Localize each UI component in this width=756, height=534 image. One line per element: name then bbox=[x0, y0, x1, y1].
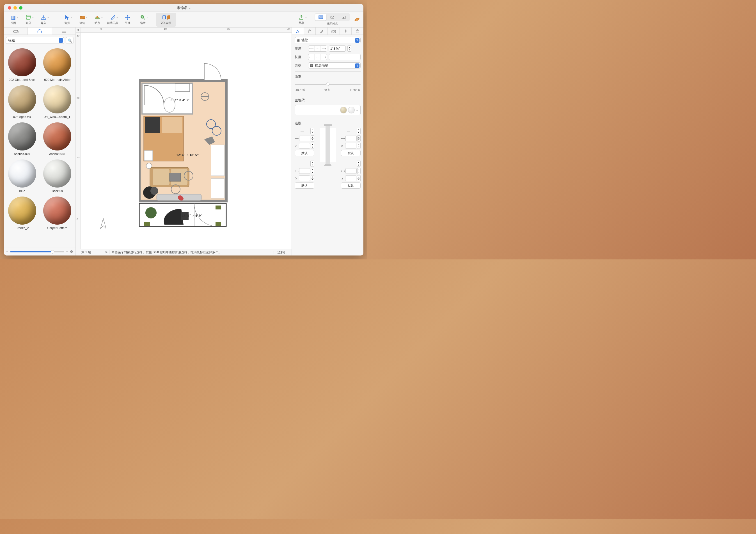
left-tab-materials[interactable] bbox=[28, 28, 52, 35]
search-dropdown-icon[interactable]: ⌄ bbox=[59, 38, 63, 43]
eraser-button[interactable] bbox=[352, 13, 362, 27]
material-item[interactable]: Asphalt-007 bbox=[5, 121, 40, 158]
material-item[interactable]: 002 Old…ked Brick bbox=[5, 47, 40, 84]
svg-rect-8 bbox=[343, 17, 344, 18]
floor-selector[interactable]: 第 1 层⇅ bbox=[80, 250, 109, 254]
svg-rect-43 bbox=[326, 126, 330, 164]
drag-handle-icon[interactable]: ⋮⋮ bbox=[76, 250, 80, 254]
gear-icon[interactable]: ⚙ bbox=[70, 250, 73, 254]
room-dim-3: 13' 8" × 4' 9" bbox=[182, 213, 203, 218]
shape-default-2[interactable]: 默认 bbox=[341, 150, 361, 156]
view-2d-button[interactable]: 2D 表示 bbox=[156, 13, 176, 27]
svg-rect-37 bbox=[216, 222, 221, 226]
svg-point-41 bbox=[333, 31, 335, 32]
view-button[interactable]: ▥⌄ 视图 bbox=[6, 13, 21, 27]
floor-plan-canvas[interactable]: 8' 2" × 4' 3" 12' 4" × 18' 5" 13' 8" × 4… bbox=[81, 33, 292, 249]
svg-rect-42 bbox=[356, 30, 359, 33]
material-swatch-1[interactable] bbox=[340, 107, 347, 113]
material-item[interactable]: Bronze_2 bbox=[5, 195, 40, 232]
minimize-button[interactable] bbox=[14, 6, 17, 10]
chevron-down-icon[interactable]: ⌄ bbox=[356, 108, 359, 112]
shape-r4[interactable] bbox=[345, 176, 356, 181]
svg-point-34 bbox=[145, 207, 157, 218]
object-type-select[interactable]: ▦墙壁 ⇅ bbox=[295, 37, 361, 43]
material-item[interactable]: Brick 09 bbox=[40, 158, 75, 195]
material-item[interactable]: Carpet Pattern bbox=[40, 195, 75, 232]
canvas-area: ft 0 10 20 30 30 20 10 0 bbox=[76, 28, 292, 256]
thickness-align-segment[interactable]: ⟵↔⟶ bbox=[308, 45, 327, 52]
left-tab-list[interactable] bbox=[52, 28, 75, 35]
search-button[interactable]: 🔍 bbox=[66, 37, 74, 44]
store-button[interactable]: ⌄ 商店 bbox=[21, 13, 36, 27]
material-item[interactable]: Blue bbox=[5, 158, 40, 195]
left-tab-furniture[interactable] bbox=[4, 28, 28, 35]
app-window: 未命名⌄ ▥⌄ 视图 ⌄ 商店 ⌄ 导入 ⌄ 选择 ⌄ bbox=[4, 4, 364, 256]
inspector-tab-edit[interactable] bbox=[316, 28, 328, 35]
view-mode-segment bbox=[314, 13, 350, 21]
zoom-tool[interactable]: ⌄ 缩放 bbox=[135, 13, 150, 27]
shape-l4[interactable] bbox=[299, 176, 310, 181]
length-mode-segment[interactable]: ⟵↔⟶ bbox=[308, 54, 327, 60]
svg-point-26 bbox=[150, 187, 158, 195]
svg-text:N: N bbox=[102, 219, 104, 222]
document-title[interactable]: 未命名⌄ bbox=[177, 5, 191, 11]
material-item[interactable]: 34_Woo…attern_1 bbox=[40, 84, 75, 121]
inspector-tab-camera[interactable] bbox=[328, 28, 340, 35]
svg-rect-6 bbox=[320, 16, 322, 18]
shape-default-1[interactable]: 默认 bbox=[295, 150, 314, 156]
svg-rect-36 bbox=[144, 222, 150, 226]
room-dim-2: 12' 4" × 18' 5" bbox=[176, 153, 199, 157]
close-button[interactable] bbox=[8, 6, 11, 10]
shape-r3[interactable] bbox=[345, 168, 357, 174]
svg-rect-16 bbox=[162, 117, 182, 133]
zoom-out-icon[interactable]: − bbox=[6, 250, 9, 254]
svg-rect-13 bbox=[175, 84, 190, 92]
svg-rect-29 bbox=[211, 179, 225, 198]
building-tool[interactable]: ⌄ 建筑 bbox=[75, 13, 90, 27]
main-wall-materials[interactable]: ⌄ bbox=[295, 105, 361, 115]
thumbnail-zoom-slider[interactable] bbox=[10, 251, 65, 252]
curvature-slider[interactable] bbox=[295, 81, 361, 87]
inspector-tab-material[interactable] bbox=[304, 28, 316, 35]
material-item[interactable]: 020 Mo…tain Alder bbox=[40, 47, 75, 84]
site-tool[interactable]: ⌄ 站点 bbox=[90, 13, 105, 27]
svg-rect-9 bbox=[14, 30, 18, 32]
view-mode-2d[interactable] bbox=[315, 14, 326, 20]
inspector-tab-object[interactable] bbox=[292, 28, 304, 35]
shape-default-3[interactable]: 默认 bbox=[295, 183, 314, 189]
svg-rect-1 bbox=[80, 16, 82, 17]
view-mode-3d[interactable] bbox=[327, 14, 338, 20]
shape-r2[interactable] bbox=[345, 143, 356, 149]
aux-tools[interactable]: ⌄ 辅助工具 bbox=[105, 13, 120, 27]
ruler-vertical: 30 20 10 0 bbox=[76, 33, 81, 249]
material-search[interactable]: ⌄ bbox=[6, 37, 64, 44]
inspector-tab-light[interactable]: ☀ bbox=[340, 28, 352, 35]
pan-tool[interactable]: 平移 bbox=[120, 13, 135, 27]
import-button[interactable]: ⌄ 导入 bbox=[36, 13, 51, 27]
zoom-in-icon[interactable]: + bbox=[66, 250, 68, 254]
inspector-tab-building[interactable] bbox=[352, 28, 364, 35]
material-item[interactable]: Asphalt-041 bbox=[40, 121, 75, 158]
material-item[interactable]: 024 Age Oak bbox=[5, 84, 40, 121]
fullscreen-button[interactable] bbox=[19, 6, 22, 10]
main-toolbar: ▥⌄ 视图 ⌄ 商店 ⌄ 导入 ⌄ 选择 ⌄ 建筑 ⌄ bbox=[4, 12, 364, 28]
room-dim-1: 8' 2" × 4' 3" bbox=[171, 98, 190, 102]
share-button[interactable]: ⌄ 共享 bbox=[294, 13, 309, 27]
thumbnail-zoom: − + ⚙ bbox=[4, 248, 75, 256]
length-input[interactable] bbox=[329, 54, 361, 60]
zoom-level[interactable]: 129% ⌄ bbox=[274, 251, 292, 254]
shape-default-4[interactable]: 默认 bbox=[341, 183, 361, 189]
shape-l2[interactable] bbox=[299, 143, 310, 149]
shape-l3[interactable] bbox=[299, 168, 310, 174]
shape-r1[interactable] bbox=[345, 136, 357, 141]
select-tool[interactable]: ⌄ 选择 bbox=[60, 13, 75, 27]
ruler-horizontal: 0 10 20 30 bbox=[81, 28, 292, 33]
material-swatch-2[interactable] bbox=[348, 107, 355, 113]
wall-type-select[interactable]: ▦楼层墙壁 ⇅ bbox=[308, 62, 361, 69]
thickness-stepper[interactable]: ▴▾ bbox=[347, 45, 351, 52]
svg-rect-38 bbox=[216, 206, 221, 210]
thickness-input[interactable] bbox=[329, 45, 346, 52]
material-list[interactable]: 002 Old…ked Brick020 Mo…tain Alder024 Ag… bbox=[4, 46, 75, 248]
view-mode-elevation[interactable] bbox=[338, 14, 349, 20]
shape-l1[interactable] bbox=[299, 136, 310, 141]
